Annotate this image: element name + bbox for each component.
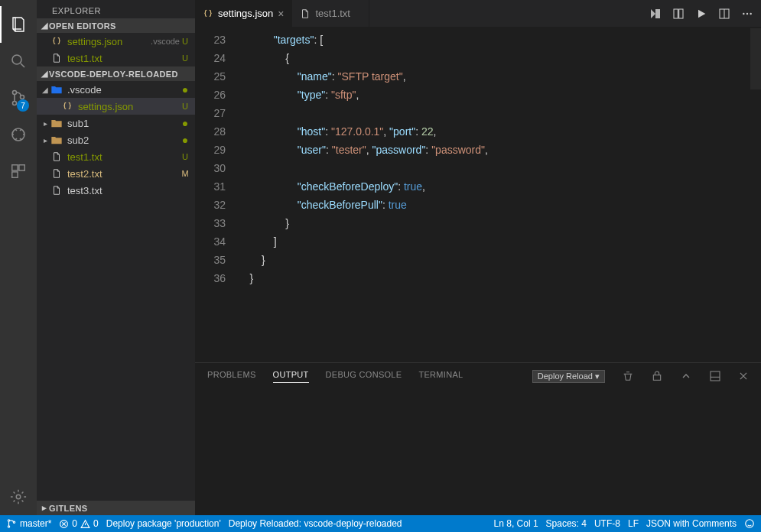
git-status: U	[180, 37, 190, 46]
svg-rect-5	[12, 165, 18, 170]
file-label: test1.txt	[67, 151, 180, 163]
clear-output-icon[interactable]	[622, 370, 634, 382]
line-gutter: 2324252627282930313233343536	[195, 27, 238, 362]
panel-tabs: PROBLEMS OUTPUT DEBUG CONSOLE TERMINAL D…	[195, 363, 761, 389]
section-open-editors[interactable]: ◢ OPEN EDITORS	[37, 18, 195, 33]
minimap-thumb[interactable]	[750, 28, 761, 89]
chevron-down-icon: ◢	[40, 69, 49, 79]
svg-point-4	[12, 128, 24, 141]
section-gitlens[interactable]: ▸ GITLENS	[37, 501, 195, 515]
file-icon	[50, 167, 63, 180]
chevron-right-icon: ▸	[40, 136, 50, 144]
braces-icon	[50, 35, 63, 47]
encoding[interactable]: UTF-8	[594, 518, 620, 529]
folder-label: sub1	[67, 118, 180, 129]
code-content[interactable]: "targets": [ { "name": "SFTP target", "t…	[238, 27, 750, 362]
svg-point-21	[746, 520, 754, 528]
folder-icon	[50, 117, 63, 129]
lock-scroll-icon[interactable]	[651, 370, 663, 382]
file-settings-json[interactable]: settings.json U	[37, 98, 195, 115]
tab-terminal[interactable]: TERMINAL	[418, 370, 463, 382]
activity-bar: 7	[0, 0, 37, 515]
close-icon[interactable]: ×	[278, 8, 284, 20]
debug-icon[interactable]	[0, 116, 37, 153]
svg-point-17	[8, 520, 9, 521]
tab-label: settings.json	[218, 8, 273, 19]
svg-point-12	[743, 12, 744, 14]
extensions-icon[interactable]	[0, 153, 37, 190]
editor-actions	[649, 8, 761, 20]
tab-debug-console[interactable]: DEBUG CONSOLE	[326, 370, 402, 382]
folder-label: sub2	[67, 135, 180, 146]
minimap[interactable]	[750, 27, 761, 362]
output-body[interactable]	[195, 389, 761, 515]
file-test3[interactable]: test3.txt	[37, 182, 195, 199]
problems-status[interactable]: 0 0	[59, 518, 98, 529]
svg-rect-7	[12, 172, 18, 177]
file-hint: .vscode	[151, 37, 180, 46]
git-branch[interactable]: master*	[6, 518, 51, 529]
chevron-up-icon[interactable]	[680, 370, 692, 382]
svg-point-18	[8, 526, 9, 527]
editor-body[interactable]: 2324252627282930313233343536 "targets": …	[195, 27, 761, 362]
chevron-right-icon: ▸	[40, 119, 50, 128]
eol[interactable]: LF	[628, 518, 639, 529]
git-status: U	[180, 152, 190, 161]
settings-gear-icon[interactable]	[0, 478, 37, 515]
svg-rect-15	[653, 375, 660, 381]
open-editor-item[interactable]: settings.json .vscode U	[37, 33, 195, 50]
braces-icon	[203, 8, 213, 19]
file-label: test2.txt	[67, 168, 180, 180]
bottom-panel: PROBLEMS OUTPUT DEBUG CONSOLE TERMINAL D…	[195, 362, 761, 515]
tab-test1-txt[interactable]: test1.txt ×	[292, 0, 369, 27]
language-mode[interactable]: JSON with Comments	[646, 518, 737, 529]
svg-rect-6	[19, 165, 24, 170]
cursor-position[interactable]: Ln 8, Col 1	[494, 518, 538, 529]
deploy-package[interactable]: Deploy package 'production'	[106, 518, 221, 529]
svg-point-1	[13, 91, 17, 95]
svg-rect-10	[679, 9, 683, 18]
folder-vscode[interactable]: ◢ .vscode ●	[37, 81, 195, 98]
git-status: U	[180, 102, 190, 111]
file-test1[interactable]: test1.txt U	[37, 148, 195, 165]
open-editors-tree: settings.json .vscode U test1.txt U	[37, 33, 195, 66]
file-label: test3.txt	[67, 185, 190, 196]
compare-icon[interactable]	[649, 8, 662, 20]
diff-icon[interactable]	[672, 8, 685, 20]
status-bar: master* 0 0 Deploy package 'production' …	[0, 515, 761, 532]
file-icon	[50, 151, 63, 163]
folder-sub1[interactable]: ▸ sub1 ●	[37, 115, 195, 131]
svg-point-13	[746, 12, 748, 14]
file-label: test1.txt	[67, 53, 180, 64]
output-channel-dropdown[interactable]: Deploy Reload ▾	[532, 370, 605, 383]
svg-point-0	[12, 55, 21, 64]
deploy-reloaded[interactable]: Deploy Reloaded: vscode-deploy-reloaded	[229, 518, 402, 529]
split-icon[interactable]	[718, 8, 730, 20]
close-panel-icon[interactable]	[738, 371, 749, 381]
open-editor-item[interactable]: test1.txt U	[37, 50, 195, 66]
svg-rect-9	[674, 9, 678, 18]
folder-sub2[interactable]: ▸ sub2 ●	[37, 131, 195, 148]
workspace-tree: ◢ .vscode ● settings.json U ▸ sub1 ● ▸ s…	[37, 81, 195, 199]
tab-problems[interactable]: PROBLEMS	[207, 370, 256, 382]
tab-output[interactable]: OUTPUT	[273, 370, 309, 383]
maximize-panel-icon[interactable]	[709, 370, 721, 382]
feedback-icon[interactable]	[744, 518, 755, 529]
editor-area: settings.json × test1.txt × 232425262728…	[195, 0, 761, 515]
indentation[interactable]: Spaces: 4	[546, 518, 587, 529]
tab-settings-json[interactable]: settings.json ×	[195, 0, 292, 27]
git-status-dot: ●	[180, 120, 190, 126]
more-icon[interactable]	[741, 8, 753, 20]
section-workspace[interactable]: ◢ VSCODE-DEPLOY-RELOADED	[37, 66, 195, 81]
chevron-right-icon: ▸	[40, 503, 49, 513]
scm-badge: 7	[17, 99, 29, 112]
section-label: GITLENS	[49, 504, 87, 513]
git-status: M	[180, 169, 190, 178]
file-test2[interactable]: test2.txt M	[37, 165, 195, 182]
branch-label: master*	[20, 518, 51, 529]
play-icon[interactable]	[695, 8, 707, 20]
search-icon[interactable]	[0, 43, 37, 79]
explorer-icon[interactable]	[0, 6, 37, 43]
git-status-dot: ●	[180, 86, 190, 92]
source-control-icon[interactable]: 7	[0, 79, 37, 116]
